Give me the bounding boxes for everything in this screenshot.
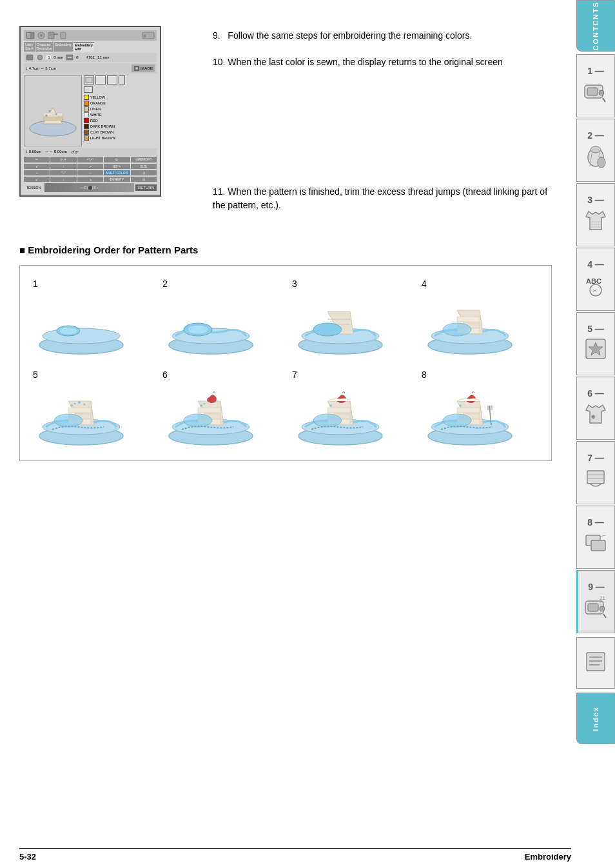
btn-diag[interactable]: ↗ [77,164,103,169]
svg-rect-108 [457,408,480,413]
color-yellow-label: YELLOW [90,95,105,99]
color-light-brown-box [84,135,89,141]
screen-tabs: UtilityStitch CharacterDecorative Embroi… [24,42,157,52]
svg-rect-73 [457,317,480,322]
footer: 5-32 Embroidery [19,848,571,862]
btn-undo[interactable]: ↶|↶ [77,157,103,163]
btn-right[interactable]: → [77,170,103,175]
image-button[interactable]: IMAGE [132,64,155,72]
btn-dr[interactable]: ↘ [77,177,103,182]
sidebar-tab-7[interactable]: 7 — [576,441,615,504]
measure-h: ↔↔ 0.00cm [45,150,66,154]
btn-frame[interactable]: ⊡ [131,177,157,182]
btn-copy[interactable]: ⧉ [104,157,130,163]
btn-size[interactable]: SIZE [131,164,157,169]
cake-image-7 [292,383,389,448]
color-clay-brown: CLAY BROWN [84,130,132,135]
color-icon-2[interactable] [95,75,106,84]
btn-memory[interactable]: ⊙MEMORY [131,157,157,163]
btn-minus-plus[interactable]: |−/+ [50,157,76,163]
btn-left[interactable]: ← [24,170,50,175]
color-red-label: RED [90,119,98,123]
color-white-label: WHITE [90,113,102,117]
color-yellow: YELLOW [84,95,132,100]
sidebar-tab-3[interactable]: 3 — [576,183,615,246]
btn-density[interactable]: DENSITY [104,177,130,182]
color-linen: LINEN [84,106,132,112]
screen-buttons-row3: ← "○" → MULTI COLOR ↕| [24,170,157,175]
pattern-number-4: 4 [422,279,427,289]
color-icon-1[interactable] [84,75,94,84]
svg-rect-80 [68,408,91,413]
tab-9-number: 9 — [588,582,605,592]
btn-down[interactable]: ↓ [50,177,76,182]
svg-point-69 [313,323,342,336]
screen-buttons-row2: ↲ ↑ ↗ 90°↷ SIZE [24,164,157,169]
contents-label: CONTENTS [592,1,600,51]
sidebar-tab-1[interactable]: 1 — [576,54,615,117]
sidebar-tab-4[interactable]: 4 — ABC ✂ [576,248,615,311]
svg-point-96 [184,414,212,427]
step-10-number: 10. [213,57,225,67]
machine-screen-section: ≡ UtilityStitch CharacterDecorative Embr… [19,26,174,212]
footer-page-number: 5-32 [19,852,36,862]
sidebar-tab-2[interactable]: 2 — [576,119,615,182]
tab-7-icon [583,466,608,493]
svg-rect-34 [27,33,30,38]
color-icon-4[interactable] [119,75,125,84]
sidebar-tab-index[interactable]: Index [576,693,615,744]
cake-image-6 [162,383,259,448]
pattern-number-1: 1 [33,279,38,289]
btn-multicolor[interactable]: MULTI COLOR [104,170,130,175]
screen-measurements: ↕ 0.00cm ↔↔ 0.00cm ↺ 0° [24,148,157,155]
btn-corner[interactable]: ↲ [24,164,50,169]
tension-bar: — 0 [⬛] 8 + [44,183,134,192]
color-dark-brown-box [84,124,89,129]
btn-quote[interactable]: "○" [50,170,76,175]
sidebar-tab-contents[interactable]: CONTENTS [576,0,615,52]
sidebar-tab-8[interactable]: 8 — [576,506,615,569]
color-dark-brown: DARK BROWN [84,124,132,129]
pattern-number-2: 2 [162,279,168,289]
sidebar-tab-note[interactable] [576,637,615,689]
svg-rect-37 [48,32,54,39]
screen-buttons-row4: ↙ ↓ ↘ DENSITY ⊡ [24,177,157,182]
color-dark-brown-label: DARK BROWN [90,124,115,128]
btn-scissors[interactable]: ✂ [24,157,50,163]
step-9-number: 9. [213,30,220,41]
svg-point-86 [84,404,86,406]
btn-dl[interactable]: ↙ [24,177,50,182]
svg-rect-100 [327,408,350,413]
cake-image-1 [33,292,130,357]
svg-text:21: 21 [600,595,605,601]
svg-point-116 [443,414,471,427]
screen-top-icons: ≡ [24,30,157,41]
sidebar-tab-6[interactable]: 6 — ✸ [576,377,615,440]
footer-title-text: Embroidery [525,852,571,862]
sidebar: CONTENTS 1 — 2 — [571,0,615,868]
cake-image-2 [162,292,259,357]
color-linen-label: LINEN [90,107,101,111]
pattern-item-2: 2 [162,279,279,357]
svg-rect-50 [43,117,63,121]
btn-90deg[interactable]: 90°↷ [104,164,130,169]
color-red: RED [84,118,132,123]
pattern-grid-container: 1 2 [19,265,552,461]
color-clay-brown-box [84,130,89,135]
color-icon-3[interactable] [107,75,117,84]
sidebar-tab-5[interactable]: 5 — [576,312,615,375]
return-button[interactable]: RETURN [135,184,157,191]
svg-point-43 [37,55,43,60]
tab-2-icon [583,143,608,170]
screen-container: ≡ UtilityStitch CharacterDecorative Embr… [19,26,161,197]
svg-text:≡: ≡ [144,34,146,38]
sidebar-tab-9[interactable]: 9 — 21 [576,570,615,633]
tab-5-number: 5 — [587,324,604,334]
pattern-item-5: 5 [33,370,150,448]
btn-up[interactable]: ↑ [50,164,76,169]
screen-info-row: 0 0 mm 0 4701 11 mm [24,53,157,62]
tab-9-icon: 21 [584,595,609,622]
btn-mirror[interactable]: ↕| [131,170,157,175]
svg-rect-25 [588,604,598,611]
tab-3-icon [583,208,608,235]
